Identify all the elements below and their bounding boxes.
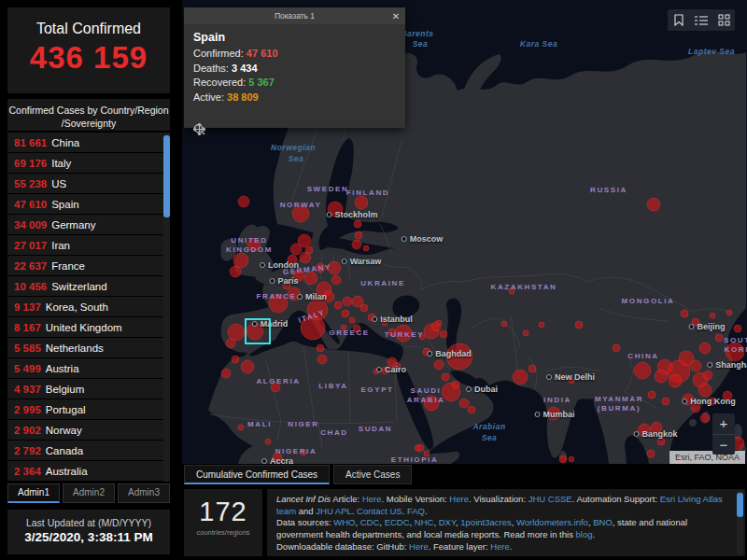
case-circle[interactable] xyxy=(468,406,475,413)
case-circle[interactable] xyxy=(238,196,249,207)
case-circle[interactable] xyxy=(354,220,361,228)
footer-link[interactable]: FAQ xyxy=(407,506,425,516)
case-circle[interactable] xyxy=(317,355,327,364)
case-circle[interactable] xyxy=(669,374,682,387)
case-circle[interactable] xyxy=(452,381,459,388)
country-list-row[interactable]: 10 456Switzerland xyxy=(7,276,170,296)
footer-link[interactable]: Here xyxy=(362,494,382,504)
footer-link[interactable]: Here xyxy=(409,541,429,552)
tab-active-cases[interactable]: Active Cases xyxy=(333,465,412,484)
footer-link[interactable]: NHC xyxy=(415,517,434,527)
case-circle[interactable] xyxy=(662,398,669,405)
case-circle[interactable] xyxy=(575,321,583,329)
case-circle[interactable] xyxy=(513,370,528,385)
case-circle[interactable] xyxy=(440,330,447,338)
country-list-row[interactable]: 47 610Spain xyxy=(7,194,170,214)
country-list-row[interactable]: 9 137Korea, South xyxy=(7,297,170,316)
case-circle[interactable] xyxy=(434,360,444,370)
zoom-out-button[interactable]: − xyxy=(712,435,735,455)
footer-link[interactable]: Here xyxy=(449,494,469,504)
case-circle[interactable] xyxy=(317,344,324,352)
case-circle[interactable] xyxy=(690,360,701,371)
case-circle[interactable] xyxy=(436,320,442,326)
case-circle[interactable] xyxy=(459,399,469,408)
country-list-row[interactable]: 8 167United Kingdom xyxy=(7,317,170,337)
admin-tab-admin3[interactable]: Admin3 xyxy=(118,483,170,503)
footer-link[interactable]: JHU CSSE xyxy=(529,494,572,504)
case-circle[interactable] xyxy=(230,266,241,277)
footer-link[interactable]: blog xyxy=(576,529,593,539)
case-circle[interactable] xyxy=(355,196,368,209)
country-list-row[interactable]: 2 995Portugal xyxy=(7,399,170,419)
bookmark-icon[interactable] xyxy=(673,14,684,26)
case-circle[interactable] xyxy=(265,439,271,444)
case-circle[interactable] xyxy=(681,310,688,317)
case-circle[interactable] xyxy=(715,334,723,342)
case-circle[interactable] xyxy=(613,344,620,352)
case-circle[interactable] xyxy=(331,275,341,285)
country-list-scrollbar-track[interactable] xyxy=(163,133,170,482)
case-circle[interactable] xyxy=(290,244,302,255)
case-circle[interactable] xyxy=(221,369,231,378)
footer-link[interactable]: Here xyxy=(490,541,510,552)
case-circle[interactable] xyxy=(238,425,244,430)
case-circle[interactable] xyxy=(334,301,342,309)
case-circle[interactable] xyxy=(703,371,712,380)
case-circle[interactable] xyxy=(232,356,239,363)
case-circle[interactable] xyxy=(363,245,369,251)
country-list-row[interactable]: 5 585Netherlands xyxy=(7,338,170,357)
case-circle[interactable] xyxy=(698,384,712,397)
case-circle[interactable] xyxy=(501,321,507,327)
country-list-row[interactable]: 22 637France xyxy=(7,256,170,275)
footer-link[interactable]: 1point3acres xyxy=(460,517,511,527)
tab-cumulative-confirmed-cases[interactable]: Cumulative Confirmed Cases xyxy=(184,465,330,484)
country-list-row[interactable]: 2 792Canada xyxy=(7,441,170,460)
legend-icon[interactable] xyxy=(695,15,708,26)
case-circle[interactable] xyxy=(300,252,311,263)
footer-link[interactable]: Worldometers.info xyxy=(516,517,588,527)
case-circle[interactable] xyxy=(228,324,245,341)
case-circle[interactable] xyxy=(710,313,715,318)
map-canvas[interactable]: BarentsSeaKara SeaLaptev SeaNorwegianSea… xyxy=(182,0,747,464)
country-list-row[interactable]: 34 009Germany xyxy=(7,215,170,234)
footer-link[interactable]: BNO xyxy=(593,517,613,527)
case-circle[interactable] xyxy=(700,413,710,423)
case-circle[interactable] xyxy=(343,297,352,306)
case-circle[interactable] xyxy=(655,370,668,383)
case-circle[interactable] xyxy=(355,231,362,239)
case-circle[interactable] xyxy=(657,438,665,445)
country-list-row[interactable]: 2 364Australia xyxy=(7,461,170,481)
popup-header[interactable]: Показать 1 ✕ xyxy=(184,7,405,24)
footer-scrollbar-thumb[interactable] xyxy=(737,493,743,517)
case-circle[interactable] xyxy=(360,304,368,312)
admin-tab-admin1[interactable]: Admin1 xyxy=(7,483,60,503)
footer-link[interactable]: JHU APL xyxy=(316,506,352,516)
case-circle[interactable] xyxy=(734,325,741,332)
case-circle[interactable] xyxy=(634,362,651,379)
case-circle[interactable] xyxy=(241,360,254,373)
country-list[interactable]: 81 661China69 176Italy55 238US47 610Spai… xyxy=(7,133,170,482)
footer-link[interactable]: Contact US xyxy=(357,506,402,516)
country-list-row[interactable]: 4 937Belgium xyxy=(7,379,170,399)
zoom-in-button[interactable]: + xyxy=(712,413,735,435)
country-list-row[interactable]: 81 661China xyxy=(7,133,170,152)
country-list-row[interactable]: 27 017Iran xyxy=(7,235,170,255)
basemap-icon[interactable] xyxy=(718,14,730,26)
case-circle[interactable] xyxy=(352,240,361,249)
case-circle[interactable] xyxy=(648,391,655,399)
country-list-row[interactable]: 55 238US xyxy=(7,174,170,193)
case-circle[interactable] xyxy=(559,455,567,463)
case-circle[interactable] xyxy=(226,339,235,348)
country-list-row[interactable]: 69 176Italy xyxy=(7,153,170,173)
case-circle[interactable] xyxy=(529,365,536,372)
case-circle[interactable] xyxy=(342,310,349,317)
case-circle[interactable] xyxy=(647,198,660,211)
admin-tab-admin2[interactable]: Admin2 xyxy=(63,483,115,503)
case-circle[interactable] xyxy=(699,343,711,354)
case-circle[interactable] xyxy=(726,310,732,315)
footer-link[interactable]: WHO xyxy=(333,517,355,527)
case-circle[interactable] xyxy=(415,445,420,451)
footer-link[interactable]: CDC xyxy=(360,517,380,527)
footer-link[interactable]: DXY xyxy=(439,517,456,527)
case-circle[interactable] xyxy=(569,456,574,462)
